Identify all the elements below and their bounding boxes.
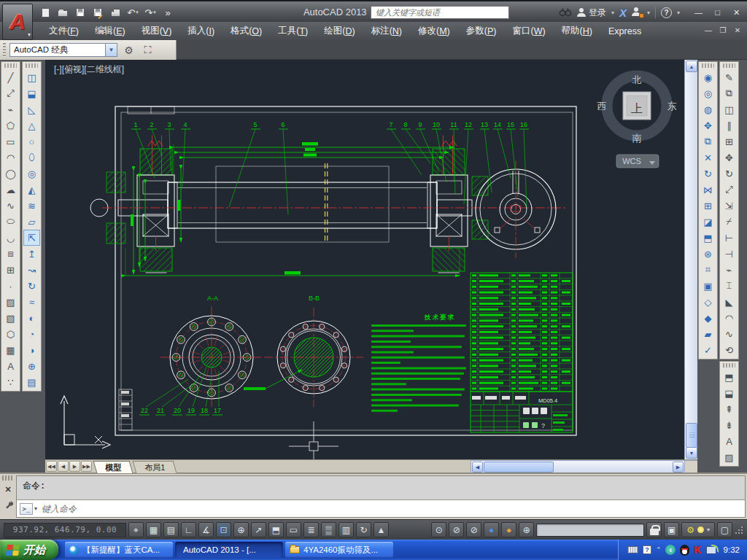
chevron-down-icon[interactable]: ▾ xyxy=(611,9,614,16)
tool-slice[interactable]: ◪ xyxy=(700,214,716,230)
ime-help-tray-icon[interactable]: ? xyxy=(643,545,651,554)
tool-torus[interactable]: ◎ xyxy=(23,166,40,182)
tool-fillet[interactable]: ◠ xyxy=(721,310,738,326)
tool-wedge[interactable]: ◺ xyxy=(23,101,40,117)
status-ortho-mode[interactable]: ∟ xyxy=(181,522,196,537)
tool-3d-copy[interactable]: ⧉ xyxy=(700,133,716,149)
tool-polygon[interactable]: ⬠ xyxy=(2,117,19,133)
tool-convert-to-surface[interactable]: ◇ xyxy=(700,294,716,310)
taskbar-task-1[interactable]: 【新提醒】蓝天CA... xyxy=(65,542,173,558)
close-button[interactable]: ✕ xyxy=(727,6,746,19)
tool-spline[interactable]: ∿ xyxy=(2,198,19,214)
menu-parametric[interactable]: 参数(P) xyxy=(458,22,505,40)
workspace-switching-button[interactable]: ⚙▾ xyxy=(681,522,715,537)
app-menu-button[interactable]: A ▾ xyxy=(2,4,33,40)
status-vs-2d-wireframe[interactable]: ⊘ xyxy=(449,522,464,537)
tab-last-button[interactable]: ▶▶ xyxy=(81,461,92,472)
tool-union[interactable]: ◉ xyxy=(700,69,716,85)
toolbar-grip[interactable] xyxy=(723,63,735,68)
menu-dimension[interactable]: 标注(N) xyxy=(363,22,410,40)
tool-match-properties[interactable]: ✎ xyxy=(721,69,738,85)
tool-break[interactable]: ⌁ xyxy=(721,262,738,278)
status-polar-tracking[interactable]: ∡ xyxy=(198,522,214,537)
toolbar-grip[interactable] xyxy=(723,363,735,368)
menu-tools[interactable]: 工具(T) xyxy=(270,22,316,40)
tool-polysolid[interactable]: ◫ xyxy=(23,69,40,85)
tool-point[interactable]: · xyxy=(2,278,19,294)
ucs-icon-button[interactable]: ⛶ xyxy=(140,42,155,58)
tool-box[interactable]: ⬓ xyxy=(23,85,40,101)
qat-redo-button[interactable]: ↷▾ xyxy=(143,5,158,20)
coordinates-readout[interactable]: 937.92, 646.79, 0.00 xyxy=(4,523,126,537)
tool-helix[interactable]: ≋ xyxy=(23,198,40,214)
communication-center-icon[interactable] xyxy=(632,7,642,18)
tool-construction-line[interactable]: ⤢ xyxy=(2,85,19,101)
chevron-down-icon[interactable]: ▼ xyxy=(105,44,117,56)
annotation-scale-field[interactable] xyxy=(536,524,644,537)
tool-rectangle[interactable]: ▭ xyxy=(2,133,19,149)
menu-format[interactable]: 格式(O) xyxy=(222,22,270,40)
tool-region[interactable]: ⬡ xyxy=(2,326,19,342)
tool-bring-above[interactable]: ⇞ xyxy=(721,401,738,417)
workspace-select[interactable]: AutoCAD 经典 ▼ xyxy=(9,43,117,57)
menu-window[interactable]: 窗口(W) xyxy=(504,22,553,40)
exchange-apps-icon[interactable]: X xyxy=(619,7,627,19)
status-vs-wireframe[interactable]: ⊘ xyxy=(466,522,481,537)
tool-copy[interactable]: ⧉ xyxy=(721,85,738,101)
taskbar-task-3[interactable]: 4YA2460振动筛及... xyxy=(285,542,393,558)
qat-open-button[interactable] xyxy=(55,5,70,20)
tool-3d-rotate[interactable]: ↻ xyxy=(700,166,716,182)
tool-move[interactable]: ✥ xyxy=(721,149,738,166)
horizontal-scrollbar[interactable]: ◀ ▶ xyxy=(471,460,684,472)
status-lineweight[interactable]: ≣ xyxy=(303,522,319,537)
network-tray-icon[interactable] xyxy=(706,546,716,554)
tool-mesh[interactable]: ▤ xyxy=(23,374,40,390)
chevron-down-icon[interactable]: ▾ xyxy=(647,9,650,16)
antivirus-tray-icon[interactable]: K xyxy=(694,544,701,556)
tool-imprint[interactable]: ▣ xyxy=(700,278,716,294)
qat-plot-button[interactable] xyxy=(108,5,123,20)
tab-model[interactable]: 模型 xyxy=(93,461,133,473)
scroll-right-button[interactable]: ▶ xyxy=(673,462,684,472)
tool-thicken[interactable]: ⬒ xyxy=(700,230,716,246)
status-grid-display[interactable]: ▤ xyxy=(163,522,179,537)
tool-interfere[interactable]: ⊛ xyxy=(700,246,716,262)
status-snap-mode[interactable]: ▦ xyxy=(146,522,161,537)
status-object-snap[interactable]: ⊡ xyxy=(216,522,231,537)
toolbar-grip[interactable] xyxy=(26,63,38,68)
search-icon[interactable] xyxy=(559,7,572,18)
menu-express[interactable]: Express xyxy=(600,22,649,40)
qat-save-as-button[interactable] xyxy=(90,5,105,20)
tool-3d-erase[interactable]: ✕ xyxy=(700,149,716,166)
tool-ellipse[interactable]: ⬭ xyxy=(2,214,19,230)
viewport-label[interactable]: [-][俯视][二维线框] xyxy=(54,64,124,74)
lock-icon[interactable] xyxy=(646,522,662,537)
tool-revolve[interactable]: ↻ xyxy=(23,278,40,294)
tool-bring-to-front[interactable]: ⬒ xyxy=(721,369,738,385)
help-icon[interactable]: ? xyxy=(661,7,672,18)
tool-ellipse-arc[interactable]: ◡ xyxy=(2,230,19,246)
tool-pyramid[interactable]: ◭ xyxy=(23,182,40,198)
help-search-box[interactable] xyxy=(371,6,509,19)
status-vs-custom[interactable]: ⊕ xyxy=(519,522,534,537)
tool-revision-cloud[interactable]: ☁ xyxy=(2,182,19,198)
tool-3d-swivel[interactable]: ⟲ xyxy=(721,342,738,358)
tool-join[interactable]: ⌶ xyxy=(721,278,738,294)
close-command-button[interactable]: ✕ xyxy=(2,483,14,495)
qat-new-button[interactable] xyxy=(38,5,53,20)
drawing-canvas[interactable]: [-][俯视][二维线框] xyxy=(45,60,684,459)
toolbar-grip[interactable] xyxy=(3,43,6,57)
tab-next-button[interactable]: ▶ xyxy=(69,461,80,472)
status-selection-cycling[interactable]: ↻ xyxy=(356,522,371,537)
qq-tray-icon[interactable] xyxy=(680,545,689,556)
tool-3d-mirror[interactable]: ⋈ xyxy=(700,182,716,198)
tool-arc[interactable]: ◠ xyxy=(2,149,19,166)
customize-wrench-icon[interactable] xyxy=(2,498,14,510)
status-vs-shaded[interactable]: ● xyxy=(484,522,499,537)
menu-file[interactable]: 文件(F) xyxy=(41,22,87,40)
workspace-settings-button[interactable]: ⚙ xyxy=(121,42,136,58)
scroll-left-button[interactable]: ◀ xyxy=(472,462,483,472)
tool-section-plane[interactable]: ▰ xyxy=(700,326,716,342)
start-button[interactable]: 开始 xyxy=(0,540,58,560)
tool-make-block[interactable]: ⊞ xyxy=(2,262,19,278)
